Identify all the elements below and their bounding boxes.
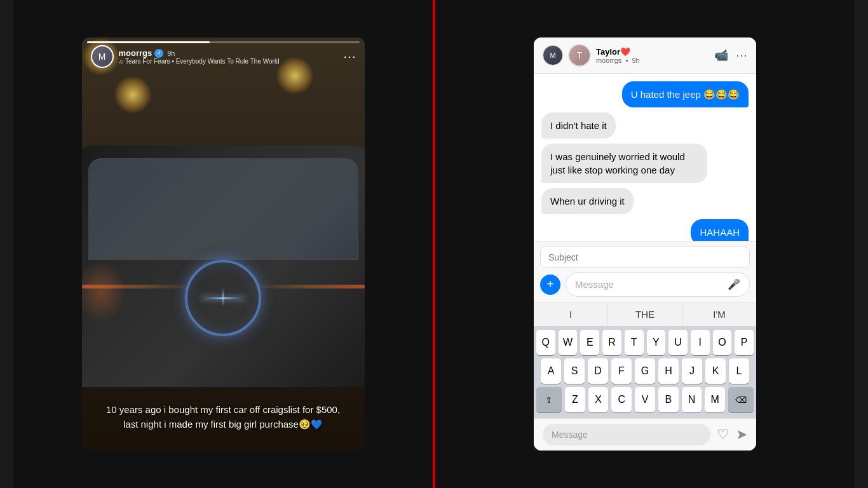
key-i[interactable]: I (691, 330, 710, 355)
username-text: moorrgs (119, 48, 153, 58)
story-time: 9h (167, 50, 175, 57)
msg-text-2: I didn't hate it (550, 120, 607, 131)
input-area: + Message 🎤 (534, 241, 756, 302)
message-sent-2: HAHAAH (691, 219, 749, 241)
music-icon: ♫ (119, 58, 124, 65)
heart-icon[interactable]: ♡ (717, 426, 729, 443)
message-input-row: + Message 🎤 (540, 272, 750, 297)
car-logo-ring (185, 260, 261, 336)
key-u[interactable]: U (668, 330, 688, 355)
story-caption-text: 10 years ago i bought my first car off c… (101, 403, 346, 431)
key-g[interactable]: G (635, 358, 655, 384)
left-panel: M moorrgs ✓ 9h ♫ Tears For Fears • Every… (13, 0, 433, 488)
music-text: Tears For Fears • Everybody Wants To Rul… (125, 58, 280, 65)
contact-avatar: T (568, 44, 591, 67)
key-z[interactable]: Z (565, 387, 585, 412)
story-music: ♫ Tears For Fears • Everybody Wants To R… (119, 58, 343, 65)
key-r[interactable]: R (602, 330, 621, 355)
car-windshield (88, 158, 358, 260)
message-placeholder: Message (575, 279, 614, 290)
key-c[interactable]: C (611, 387, 632, 412)
mic-icon[interactable]: 🎤 (728, 278, 740, 290)
verified-badge: ✓ (154, 49, 163, 58)
autocomplete-the[interactable]: THE (608, 302, 682, 326)
story-avatar-small: M (543, 45, 563, 65)
key-t[interactable]: T (625, 330, 644, 355)
message-text-field[interactable]: Message 🎤 (566, 272, 750, 297)
chat-area: U hated the jeep 😂😂😂 I didn't hate it I … (534, 74, 756, 241)
key-f[interactable]: F (611, 358, 632, 384)
bottom-bar: Message ♡ ➤ (534, 418, 756, 451)
message-sent-1: U hated the jeep 😂😂😂 (622, 81, 749, 107)
key-e[interactable]: E (580, 330, 599, 355)
contact-name: Taylor❤️ (596, 47, 709, 57)
send-icon[interactable]: ➤ (736, 426, 747, 443)
header-username-text: moorrgs (596, 57, 621, 64)
story-card: M moorrgs ✓ 9h ♫ Tears For Fears • Every… (82, 37, 365, 451)
msg-text-3: I was genuinely worried it would just li… (550, 151, 685, 175)
header-info: Taylor❤️ moorrgs • 9h (596, 47, 709, 64)
messages-header: M T Taylor❤️ moorrgs • 9h 📹 ⋯ (534, 37, 756, 74)
key-a[interactable]: A (541, 358, 561, 384)
car-logo-inner (201, 297, 245, 299)
key-j[interactable]: J (682, 358, 702, 384)
key-q[interactable]: Q (536, 330, 555, 355)
key-x[interactable]: X (588, 387, 609, 412)
story-username: moorrgs ✓ 9h (119, 48, 343, 58)
key-shift[interactable]: ⇧ (536, 387, 562, 412)
key-o[interactable]: O (713, 330, 732, 355)
key-v[interactable]: V (635, 387, 655, 412)
header-icons: 📹 ⋯ (714, 48, 747, 62)
key-n[interactable]: N (682, 387, 702, 412)
autocomplete-i[interactable]: I (534, 302, 608, 326)
car-scene (82, 37, 365, 451)
msg-text-1: U hated the jeep 😂😂😂 (631, 89, 740, 100)
story-user-info: moorrgs ✓ 9h ♫ Tears For Fears • Everybo… (119, 48, 343, 65)
key-b[interactable]: B (658, 387, 679, 412)
key-s[interactable]: S (564, 358, 585, 384)
key-l[interactable]: L (729, 358, 749, 384)
car-body (82, 146, 365, 387)
subject-input[interactable] (540, 247, 750, 268)
more-options-button[interactable]: ⋯ (343, 49, 356, 64)
story-header: M moorrgs ✓ 9h ♫ Tears For Fears • Every… (82, 37, 365, 76)
header-time-text: 9h (632, 57, 639, 64)
key-y[interactable]: Y (647, 330, 666, 355)
header-username: moorrgs • 9h (596, 57, 709, 64)
ceiling-light-2 (114, 76, 152, 114)
key-h[interactable]: H (658, 358, 679, 384)
headlight-glow-left (82, 260, 126, 323)
story-caption: 10 years ago i bought my first car off c… (82, 403, 365, 431)
right-panel: M T Taylor❤️ moorrgs • 9h 📹 ⋯ (435, 0, 855, 488)
add-attachment-button[interactable]: + (540, 274, 560, 295)
key-d[interactable]: D (588, 358, 608, 384)
key-w[interactable]: W (559, 330, 578, 355)
key-p[interactable]: P (735, 330, 754, 355)
autocomplete-bar: I THE I'M (534, 302, 756, 326)
header-left: M T Taylor❤️ moorrgs • 9h (543, 44, 709, 67)
key-k[interactable]: K (705, 358, 726, 384)
key-row-3: ⇧ Z X C V B N M ⌫ (536, 387, 754, 412)
key-row-2: A S D F G H J K L (536, 358, 754, 384)
messages-card: M T Taylor❤️ moorrgs • 9h 📹 ⋯ (534, 37, 756, 451)
more-icon[interactable]: ⋯ (736, 48, 747, 62)
message-received-1: I didn't hate it (541, 112, 616, 139)
autocomplete-im[interactable]: I'M (682, 302, 756, 326)
msg-text-4: When ur driving it (550, 196, 625, 207)
keyboard: Q W E R T Y U I O P A S D F G (534, 326, 756, 418)
story-avatar: M (91, 45, 114, 68)
message-received-2: I was genuinely worried it would just li… (541, 144, 707, 183)
msg-text-5: HAHAAH (700, 227, 740, 238)
car-front (82, 146, 365, 387)
key-row-1: Q W E R T Y U I O P (536, 330, 754, 355)
main-container: M moorrgs ✓ 9h ♫ Tears For Fears • Every… (0, 0, 868, 488)
message-received-3: When ur driving it (541, 188, 634, 214)
video-call-icon[interactable]: 📹 (714, 48, 728, 62)
key-delete[interactable]: ⌫ (728, 387, 754, 412)
bottom-message-input[interactable]: Message (543, 424, 710, 445)
key-m[interactable]: M (705, 387, 725, 412)
